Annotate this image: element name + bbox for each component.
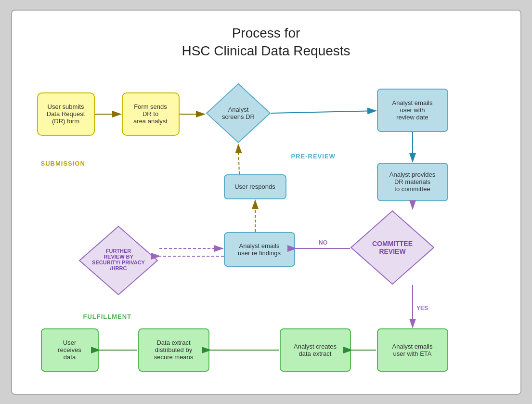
analyst-provides-box: Analyst providesDR materialsto committee	[377, 163, 448, 201]
label-prereview: PRE-REVIEW	[291, 153, 336, 160]
title-line1: Process for	[232, 26, 300, 40]
page-title: Process for HSC Clinical Data Requests	[12, 11, 520, 61]
label-submission: SUBMISSION	[41, 160, 85, 167]
diagram-container: Process for HSC Clinical Data Requests S…	[11, 10, 521, 395]
label-fulfillment: FULFILLMENT	[83, 313, 132, 320]
data-extract-text: Data extractdistributed bysecure means	[154, 339, 194, 361]
user-submits-box: User submitsData Request(DR) form	[37, 92, 95, 136]
analyst-emails-eta-text: Analyst emailsuser with ETA	[392, 343, 433, 357]
analyst-emails-findings-box: Analyst emailsuser re findings	[224, 232, 295, 267]
user-responds-text: User responds	[234, 183, 275, 190]
user-receives-text: Userreceivesdata	[58, 339, 81, 361]
analyst-creates-text: Analyst createsdata extract	[294, 343, 337, 357]
analyst-emails-findings-text: Analyst emailsuser re findings	[238, 242, 281, 257]
analyst-provides-text: Analyst providesDR materialsto committee	[389, 171, 435, 193]
analyst-creates-box: Analyst createsdata extract	[280, 328, 351, 372]
form-sends-box: Form sendsDR toarea analyst	[122, 92, 180, 136]
analyst-emails-eta-box: Analyst emailsuser with ETA	[377, 328, 448, 372]
title-line2: HSC Clinical Data Requests	[182, 43, 350, 58]
user-receives-box: Userreceivesdata	[41, 328, 99, 372]
svg-line-20	[238, 144, 239, 174]
svg-text:YES: YES	[416, 305, 428, 312]
analyst-emails-review-text: Analyst emailsuser withreview date	[392, 99, 433, 121]
analyst-emails-review-box: Analyst emailsuser withreview date	[377, 89, 448, 132]
user-submits-text: User submitsData Request(DR) form	[47, 103, 85, 125]
analyst-screens-diamond: Analystscreens DR	[205, 82, 272, 146]
user-responds-box: User responds	[224, 174, 286, 199]
committee-review-diamond: COMMITTEEREVIEW	[349, 209, 436, 288]
further-review-diamond: FURTHERREVIEW BYSECURITY/ PRIVACY/HRRC	[78, 224, 159, 299]
data-extract-box: Data extractdistributed bysecure means	[138, 328, 209, 372]
svg-line-12	[271, 111, 376, 113]
form-sends-text: Form sendsDR toarea analyst	[133, 103, 168, 125]
svg-text:NO: NO	[319, 239, 327, 246]
